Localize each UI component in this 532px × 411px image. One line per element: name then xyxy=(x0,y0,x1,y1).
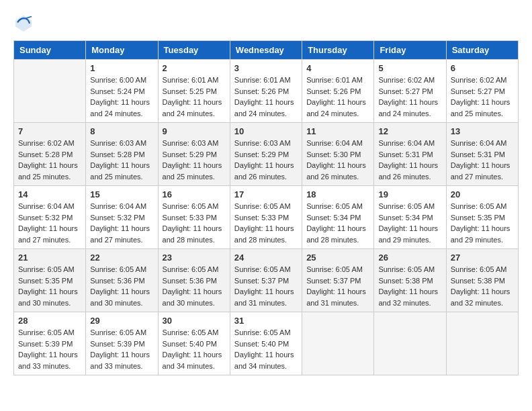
calendar-cell: 1Sunrise: 6:00 AM Sunset: 5:24 PM Daylig… xyxy=(86,60,158,123)
calendar-cell: 27Sunrise: 6:05 AM Sunset: 5:38 PM Dayli… xyxy=(446,249,518,312)
day-info: Sunrise: 6:05 AM Sunset: 5:39 PM Dayligh… xyxy=(18,327,81,371)
week-row-2: 7Sunrise: 6:02 AM Sunset: 5:28 PM Daylig… xyxy=(14,123,519,186)
day-header-saturday: Saturday xyxy=(446,41,518,60)
day-info: Sunrise: 6:04 AM Sunset: 5:32 PM Dayligh… xyxy=(90,201,153,245)
day-info: Sunrise: 6:03 AM Sunset: 5:29 PM Dayligh… xyxy=(163,138,226,182)
day-number: 14 xyxy=(18,189,81,199)
calendar-cell: 13Sunrise: 6:04 AM Sunset: 5:31 PM Dayli… xyxy=(446,123,518,186)
calendar-cell: 22Sunrise: 6:05 AM Sunset: 5:36 PM Dayli… xyxy=(86,249,158,312)
day-info: Sunrise: 6:04 AM Sunset: 5:30 PM Dayligh… xyxy=(306,138,369,182)
day-number: 1 xyxy=(90,63,153,73)
day-number: 16 xyxy=(163,189,226,199)
day-info: Sunrise: 6:05 AM Sunset: 5:40 PM Dayligh… xyxy=(234,327,298,371)
day-number: 2 xyxy=(163,63,226,73)
day-info: Sunrise: 6:05 AM Sunset: 5:35 PM Dayligh… xyxy=(451,201,514,245)
calendar-cell: 28Sunrise: 6:05 AM Sunset: 5:39 PM Dayli… xyxy=(14,312,86,375)
day-number: 21 xyxy=(18,253,81,263)
calendar-cell: 10Sunrise: 6:03 AM Sunset: 5:29 PM Dayli… xyxy=(230,123,302,186)
day-number: 5 xyxy=(378,63,441,73)
day-number: 4 xyxy=(306,63,369,73)
day-number: 24 xyxy=(234,253,298,263)
day-info: Sunrise: 6:01 AM Sunset: 5:25 PM Dayligh… xyxy=(163,75,226,119)
calendar-cell: 5Sunrise: 6:02 AM Sunset: 5:27 PM Daylig… xyxy=(374,60,446,123)
calendar-cell: 6Sunrise: 6:02 AM Sunset: 5:27 PM Daylig… xyxy=(446,60,518,123)
calendar-cell: 30Sunrise: 6:05 AM Sunset: 5:40 PM Dayli… xyxy=(158,312,230,375)
logo-icon xyxy=(13,13,34,34)
calendar-cell: 20Sunrise: 6:05 AM Sunset: 5:35 PM Dayli… xyxy=(446,186,518,249)
calendar-cell: 25Sunrise: 6:05 AM Sunset: 5:37 PM Dayli… xyxy=(302,249,374,312)
day-number: 22 xyxy=(90,253,153,263)
day-number: 15 xyxy=(90,189,153,199)
day-number: 8 xyxy=(90,126,153,136)
calendar-cell xyxy=(302,312,374,375)
calendar-table: SundayMondayTuesdayWednesdayThursdayFrid… xyxy=(13,40,519,375)
calendar-cell: 12Sunrise: 6:04 AM Sunset: 5:31 PM Dayli… xyxy=(374,123,446,186)
calendar-cell: 19Sunrise: 6:05 AM Sunset: 5:34 PM Dayli… xyxy=(374,186,446,249)
calendar-cell: 8Sunrise: 6:03 AM Sunset: 5:28 PM Daylig… xyxy=(86,123,158,186)
day-info: Sunrise: 6:05 AM Sunset: 5:33 PM Dayligh… xyxy=(163,201,226,245)
week-row-5: 28Sunrise: 6:05 AM Sunset: 5:39 PM Dayli… xyxy=(14,312,519,375)
calendar-cell: 18Sunrise: 6:05 AM Sunset: 5:34 PM Dayli… xyxy=(302,186,374,249)
day-header-wednesday: Wednesday xyxy=(230,41,302,60)
day-header-monday: Monday xyxy=(86,41,158,60)
day-info: Sunrise: 6:05 AM Sunset: 5:35 PM Dayligh… xyxy=(18,264,81,308)
calendar-cell: 21Sunrise: 6:05 AM Sunset: 5:35 PM Dayli… xyxy=(14,249,86,312)
calendar-cell: 23Sunrise: 6:05 AM Sunset: 5:36 PM Dayli… xyxy=(158,249,230,312)
day-number: 28 xyxy=(18,316,81,326)
week-row-1: 1Sunrise: 6:00 AM Sunset: 5:24 PM Daylig… xyxy=(14,60,519,123)
day-number: 12 xyxy=(378,126,441,136)
calendar-cell: 2Sunrise: 6:01 AM Sunset: 5:25 PM Daylig… xyxy=(158,60,230,123)
day-number: 25 xyxy=(306,253,369,263)
day-info: Sunrise: 6:04 AM Sunset: 5:32 PM Dayligh… xyxy=(18,201,81,245)
calendar-cell: 31Sunrise: 6:05 AM Sunset: 5:40 PM Dayli… xyxy=(230,312,302,375)
day-header-tuesday: Tuesday xyxy=(158,41,230,60)
calendar-cell xyxy=(14,60,86,123)
day-number: 17 xyxy=(234,189,298,199)
day-header-friday: Friday xyxy=(374,41,446,60)
calendar-cell: 17Sunrise: 6:05 AM Sunset: 5:33 PM Dayli… xyxy=(230,186,302,249)
day-info: Sunrise: 6:03 AM Sunset: 5:29 PM Dayligh… xyxy=(234,138,298,182)
calendar-cell: 3Sunrise: 6:01 AM Sunset: 5:26 PM Daylig… xyxy=(230,60,302,123)
calendar-cell: 4Sunrise: 6:01 AM Sunset: 5:26 PM Daylig… xyxy=(302,60,374,123)
day-info: Sunrise: 6:02 AM Sunset: 5:28 PM Dayligh… xyxy=(18,138,81,182)
week-row-4: 21Sunrise: 6:05 AM Sunset: 5:35 PM Dayli… xyxy=(14,249,519,312)
day-info: Sunrise: 6:00 AM Sunset: 5:24 PM Dayligh… xyxy=(90,75,153,119)
day-info: Sunrise: 6:05 AM Sunset: 5:39 PM Dayligh… xyxy=(90,327,153,371)
day-info: Sunrise: 6:05 AM Sunset: 5:34 PM Dayligh… xyxy=(378,201,441,245)
day-info: Sunrise: 6:04 AM Sunset: 5:31 PM Dayligh… xyxy=(451,138,514,182)
day-number: 31 xyxy=(234,316,298,326)
day-number: 19 xyxy=(378,189,441,199)
calendar-cell: 26Sunrise: 6:05 AM Sunset: 5:38 PM Dayli… xyxy=(374,249,446,312)
day-number: 11 xyxy=(306,126,369,136)
day-info: Sunrise: 6:05 AM Sunset: 5:34 PM Dayligh… xyxy=(306,201,369,245)
calendar-cell: 16Sunrise: 6:05 AM Sunset: 5:33 PM Dayli… xyxy=(158,186,230,249)
day-info: Sunrise: 6:05 AM Sunset: 5:40 PM Dayligh… xyxy=(163,327,226,371)
day-info: Sunrise: 6:02 AM Sunset: 5:27 PM Dayligh… xyxy=(451,75,514,119)
day-info: Sunrise: 6:05 AM Sunset: 5:37 PM Dayligh… xyxy=(306,264,369,308)
day-number: 20 xyxy=(451,189,514,199)
day-number: 7 xyxy=(18,126,81,136)
day-info: Sunrise: 6:01 AM Sunset: 5:26 PM Dayligh… xyxy=(306,75,369,119)
day-info: Sunrise: 6:05 AM Sunset: 5:38 PM Dayligh… xyxy=(378,264,441,308)
day-number: 3 xyxy=(234,63,298,73)
calendar-cell: 24Sunrise: 6:05 AM Sunset: 5:37 PM Dayli… xyxy=(230,249,302,312)
day-header-thursday: Thursday xyxy=(302,41,374,60)
day-number: 27 xyxy=(451,253,514,263)
day-info: Sunrise: 6:01 AM Sunset: 5:26 PM Dayligh… xyxy=(234,75,298,119)
day-number: 6 xyxy=(451,63,514,73)
day-info: Sunrise: 6:05 AM Sunset: 5:33 PM Dayligh… xyxy=(234,201,298,245)
day-info: Sunrise: 6:05 AM Sunset: 5:36 PM Dayligh… xyxy=(90,264,153,308)
day-number: 29 xyxy=(90,316,153,326)
day-number: 18 xyxy=(306,189,369,199)
day-info: Sunrise: 6:03 AM Sunset: 5:28 PM Dayligh… xyxy=(90,138,153,182)
day-info: Sunrise: 6:05 AM Sunset: 5:38 PM Dayligh… xyxy=(451,264,514,308)
calendar-cell: 7Sunrise: 6:02 AM Sunset: 5:28 PM Daylig… xyxy=(14,123,86,186)
day-number: 13 xyxy=(451,126,514,136)
logo xyxy=(13,13,36,34)
day-info: Sunrise: 6:04 AM Sunset: 5:31 PM Dayligh… xyxy=(378,138,441,182)
day-number: 30 xyxy=(163,316,226,326)
day-header-sunday: Sunday xyxy=(14,41,86,60)
day-number: 10 xyxy=(234,126,298,136)
calendar-cell xyxy=(374,312,446,375)
page-header xyxy=(13,13,519,34)
